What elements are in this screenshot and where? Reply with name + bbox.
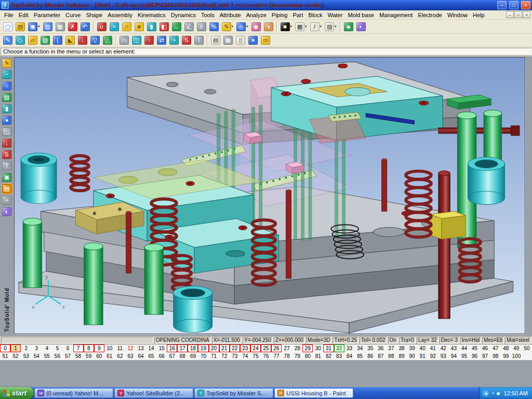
layer-cell-100[interactable]: 100 — [511, 352, 522, 360]
cooling-line-button[interactable]: ≈ — [168, 35, 180, 46]
layer-cell-58[interactable]: 58 — [73, 352, 84, 360]
taskbar-task-yahoo-mail[interactable]: ✉(0 unread) Yahoo! M... — [34, 388, 113, 398]
dropdown-arrow-icon[interactable]: ▾ — [38, 24, 40, 29]
menu-dynamics[interactable]: Dynamics — [168, 11, 198, 19]
layer-cell-91[interactable]: 91 — [417, 352, 428, 360]
start-button[interactable]: start — [0, 387, 34, 399]
menu-kinematics[interactable]: Kinematics — [135, 11, 168, 19]
taskbar-task-topsolid[interactable]: TTopSolid by Missler S... — [194, 388, 273, 398]
layer-cell-89[interactable]: 89 — [396, 352, 407, 360]
ejector-pin-button[interactable]: ↑ — [143, 35, 155, 46]
dropdown-arrow-icon[interactable]: ▾ — [305, 24, 307, 29]
menu-water[interactable]: Water — [325, 11, 345, 19]
layer-cell-64[interactable]: 64 — [136, 352, 146, 360]
delete-button[interactable]: ✗ — [66, 21, 79, 32]
layer-cell-60[interactable]: 60 — [94, 352, 104, 360]
layer-cell-56[interactable]: 56 — [52, 352, 62, 360]
layer-cell-79[interactable]: 79 — [292, 352, 302, 360]
part-swap-button[interactable]: ◧ — [158, 21, 170, 32]
menu-file[interactable]: File — [2, 11, 16, 19]
layer-cell-87[interactable]: 87 — [376, 352, 386, 360]
layer-cell-21[interactable]: 21 — [219, 344, 230, 352]
contour-button[interactable]: ◇ — [14, 35, 26, 46]
menu-parameter[interactable]: Parameter — [31, 11, 63, 19]
color-swatch-button[interactable]: ■▾ — [279, 21, 294, 32]
layer-cell-50[interactable]: 50 — [522, 344, 532, 352]
layer-cell-17[interactable]: 17 — [177, 344, 188, 352]
layer-cell-8[interactable]: 8 — [84, 344, 94, 352]
layer-cell-23[interactable]: 23 — [240, 344, 250, 352]
layers-button[interactable]: ▤ — [2, 183, 12, 194]
layer-cell-2[interactable]: 2 — [21, 344, 31, 352]
tray-chevron-icon[interactable]: ◂ — [483, 390, 489, 396]
spring-component-button[interactable]: S — [180, 35, 193, 46]
layer-cell-62[interactable]: 62 — [115, 352, 125, 360]
layer-cell-7[interactable]: 7 — [73, 344, 84, 352]
menu-help[interactable]: Help — [470, 11, 487, 19]
dropdown-arrow-icon[interactable]: ▾ — [335, 24, 337, 29]
drill-button[interactable]: ↓ — [76, 35, 89, 46]
spring-button[interactable]: S — [2, 149, 12, 159]
surface-button[interactable]: ▱ — [26, 35, 39, 46]
layer-cell-97[interactable]: 97 — [480, 352, 490, 360]
slide-unit-button[interactable]: ⇄ — [155, 35, 168, 46]
layer-cell-81[interactable]: 81 — [313, 352, 323, 360]
layer-cell-41[interactable]: 41 — [428, 344, 438, 352]
magnet-button[interactable]: ∪ — [96, 21, 108, 32]
layer-cell-24[interactable]: 24 — [250, 344, 261, 352]
layer-cell-1[interactable]: 1 — [10, 344, 21, 352]
insert-block-button[interactable]: ◫ — [130, 35, 143, 46]
layer-cell-55[interactable]: 55 — [42, 352, 52, 360]
layer-cell-47[interactable]: 47 — [490, 344, 501, 352]
layer-cell-6[interactable]: 6 — [62, 344, 73, 352]
menu-piping[interactable]: Piping — [269, 11, 290, 19]
dropdown-arrow-icon[interactable]: ▾ — [320, 24, 322, 29]
layer-cell-37[interactable]: 37 — [386, 344, 396, 352]
layer-cell-69[interactable]: 69 — [188, 352, 198, 360]
minimize-button[interactable]: – — [497, 1, 507, 9]
layer-cell-35[interactable]: 35 — [365, 344, 376, 352]
menu-shape[interactable]: Shape — [83, 11, 105, 19]
layer-cell-43[interactable]: 43 — [448, 344, 459, 352]
layer-cell-51[interactable]: 51 — [0, 352, 10, 360]
menu-part[interactable]: Part — [290, 11, 305, 19]
layer-cell-83[interactable]: 83 — [334, 352, 344, 360]
measure-button[interactable]: ↔ — [170, 21, 183, 32]
layer-cell-36[interactable]: 36 — [376, 344, 386, 352]
layer-cell-82[interactable]: 82 — [323, 352, 334, 360]
point-snap-button[interactable]: ◎▾ — [235, 21, 250, 32]
drafting-button[interactable]: ▭ — [259, 35, 272, 46]
arrange-button[interactable]: ∗ — [247, 35, 259, 46]
layer-cell-94[interactable]: 94 — [448, 352, 459, 360]
isometric-view-button[interactable]: ◈ — [342, 21, 355, 32]
viewport-3d[interactable]: x y z — [14, 57, 525, 334]
frame-axes-button[interactable]: ∠ — [183, 21, 195, 32]
open-folder-button[interactable]: ▤ — [14, 21, 26, 32]
layer-cell-84[interactable]: 84 — [344, 352, 355, 360]
layer-cell-90[interactable]: 90 — [407, 352, 417, 360]
layer-cell-85[interactable]: 85 — [355, 352, 365, 360]
tray-icon-volume[interactable]: ◆ — [497, 391, 500, 396]
hatch-style-button[interactable]: ▨▾ — [323, 21, 338, 32]
boss-button[interactable]: △ — [101, 35, 114, 46]
layer-cell-68[interactable]: 68 — [177, 352, 188, 360]
layer-cell-93[interactable]: 93 — [438, 352, 448, 360]
layer-cell-13[interactable]: 13 — [136, 344, 146, 352]
menu-assembly[interactable]: Assembly — [105, 11, 135, 19]
layer-cell-5[interactable]: 5 — [52, 344, 62, 352]
save-button[interactable]: ▣▾ — [26, 21, 42, 32]
layer-cell-0[interactable]: 0 — [0, 344, 10, 352]
layer-cell-78[interactable]: 78 — [282, 352, 292, 360]
tray-icon-antivirus[interactable]: + — [491, 391, 494, 396]
taskbar-task-yahoo-sitebuilder[interactable]: YYahoo! SiteBuilder (2... — [114, 388, 193, 398]
menu-management[interactable]: Management — [377, 11, 415, 19]
layer-cell-26[interactable]: 26 — [271, 344, 282, 352]
layer-cell-77[interactable]: 77 — [271, 352, 282, 360]
curve-button[interactable]: ~ — [2, 69, 12, 79]
cylinder-solid-button[interactable]: ▮ — [2, 103, 12, 114]
menu-window[interactable]: Window — [445, 11, 470, 19]
circle-button[interactable]: ○ — [2, 81, 12, 91]
water-circuit-button[interactable]: ≈ — [108, 21, 121, 32]
close-button[interactable]: × — [521, 1, 530, 9]
layer-cell-67[interactable]: 67 — [167, 352, 177, 360]
